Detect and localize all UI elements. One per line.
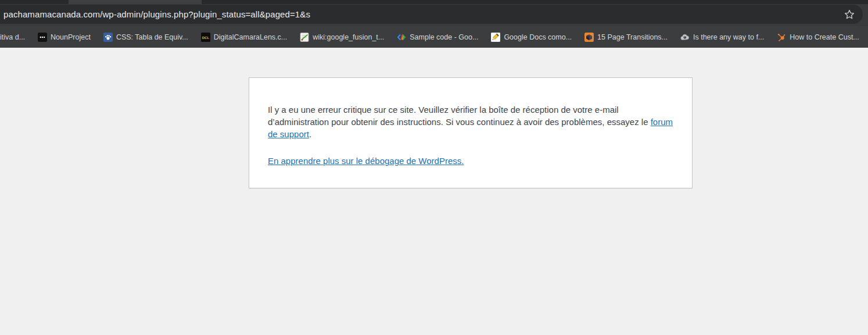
url-text[interactable]: pachamamacanada.com/wp-admin/plugins.php…: [0, 9, 310, 19]
bookmark-label: DigitalCamaraLens.c...: [214, 33, 287, 41]
bookmark-label: Google Docs como...: [504, 33, 572, 41]
bookmark-label: wiki:google_fusion_t...: [313, 33, 384, 41]
wiki-page-favicon-icon: [300, 33, 309, 42]
error-text: Il y a eu une erreur critique sur ce sit…: [268, 105, 651, 127]
bookmark-label: itiva d...: [0, 33, 25, 41]
debug-wordpress-link[interactable]: En apprendre plus sur le débogage de Wor…: [268, 156, 464, 166]
bookmark-item[interactable]: CSS: Tabla de Equiv...: [98, 31, 194, 44]
active-tab-edge[interactable]: [69, 0, 202, 4]
bookmark-item[interactable]: How to Create Cust...: [771, 31, 865, 44]
pencil-favicon-icon: [491, 33, 500, 42]
google-code-favicon-icon: [397, 33, 406, 42]
orange-cube-favicon-icon: [584, 33, 594, 42]
dcl-favicon-icon: DCL: [201, 33, 210, 42]
browser-toolbar: pachamamacanada.com/wp-admin/plugins.php…: [0, 4, 868, 26]
bookmark-label: NounProject: [51, 33, 91, 41]
bookmark-label: CSS: Tabla de Equiv...: [116, 33, 188, 41]
bookmark-item[interactable]: wiki:google_fusion_t...: [294, 31, 390, 44]
bookmark-label: 15 Page Transitions...: [597, 33, 668, 41]
bookmark-star-icon[interactable]: [844, 5, 855, 24]
bookmark-label: How to Create Cust...: [790, 33, 859, 41]
error-text-period: .: [309, 129, 311, 139]
nounproject-favicon-icon: [38, 33, 47, 42]
svg-text:DCL: DCL: [202, 35, 209, 39]
bookmark-item[interactable]: 15 Page Transitions...: [579, 31, 673, 44]
paw-favicon-icon: [103, 33, 113, 42]
bookmark-item[interactable]: Google Docs como...: [485, 31, 578, 44]
tab-strip: [0, 0, 868, 4]
cloud-favicon-icon: [680, 33, 690, 42]
address-bar[interactable]: pachamamacanada.com/wp-admin/plugins.php…: [0, 5, 863, 24]
bookmark-label: Sample code - Goo...: [410, 33, 478, 41]
error-message: Il y a eu une erreur critique sur ce sit…: [268, 104, 673, 140]
bookmark-label: Is there any way to f...: [693, 33, 764, 41]
bookmark-item[interactable]: DCL DigitalCamaraLens.c...: [195, 31, 293, 44]
wordpress-error-page: Il y a eu une erreur critique sur ce sit…: [0, 48, 868, 335]
bookmark-item[interactable]: itiva d...: [0, 31, 31, 43]
critical-error-box: Il y a eu une erreur critique sur ce sit…: [249, 77, 693, 188]
bookmark-item[interactable]: Is there any way to f...: [675, 31, 770, 44]
bookmark-item[interactable]: Sample code - Goo...: [391, 31, 484, 44]
bookmark-item[interactable]: NounProject: [32, 31, 96, 44]
bookmarks-bar: itiva d... NounProject CSS: Tabla de Equ…: [0, 26, 868, 48]
hubspot-favicon-icon: [777, 33, 786, 42]
